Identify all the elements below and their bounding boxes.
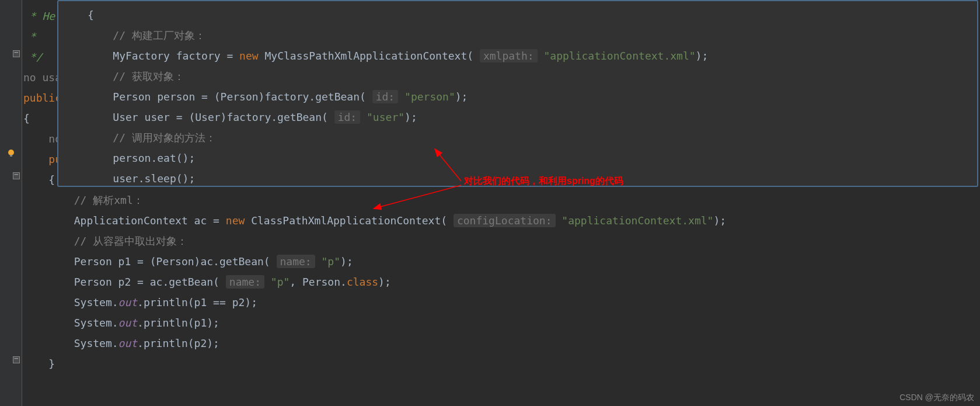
println-p1: System.out.println(p1); [74,317,219,329]
ac-declaration: ApplicationContext ac = new ClassPathXml… [74,214,726,227]
doc-comment: * Hel [23,10,61,22]
person-declaration: Person person = (Person)factory.getBean(… [113,90,468,103]
doc-comment-end: */ [23,51,43,63]
doc-comment: * [23,30,36,43]
println-p2: System.out.println(p2); [74,337,219,349]
code-editor[interactable]: * Hel * */ no usag public { no pu { // 解… [0,0,980,380]
user-sleep: user.sleep(); [113,172,195,185]
p1-declaration: Person p1 = (Person)ac.getBean( name: "p… [74,255,353,268]
p2-declaration: Person p2 = ac.getBean( name: "p", Perso… [74,275,391,289]
watermark: CSDN @无奈的码农 [899,393,974,403]
comment-call-method: // 调用对象的方法： [113,131,216,144]
factory-declaration: MyFactory factory = new MyClassPathXmlAp… [113,49,708,63]
person-eat: person.eat(); [113,152,195,164]
comment-get-container: // 从容器中取出对象： [74,235,188,247]
brace: { [48,173,55,186]
comment-build-factory: // 构建工厂对象： [113,29,205,41]
user-declaration: User user = (User)factory.getBean( id: "… [113,110,417,124]
println-p1-eq-p2: System.out.println(p1 == p2); [74,296,257,308]
comment-parse-xml: // 解析xml： [74,194,144,206]
comment-get-object: // 获取对象： [113,70,184,82]
keyword-public: public [23,92,61,104]
brace: { [23,112,30,124]
brace: { [88,9,94,21]
brace-close: } [48,358,55,370]
code-highlight-box: { // 构建工厂对象： MyFactory factory = new MyC… [57,0,978,187]
